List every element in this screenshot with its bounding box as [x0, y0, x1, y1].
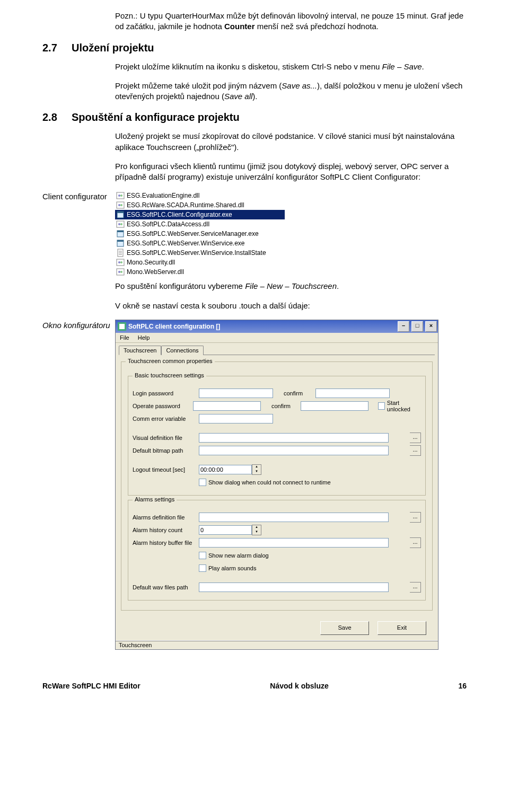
lbl-bitmap-path: Default bitmap path: [133, 447, 199, 454]
section-2-8: 2.8 Spouštění a konfigurace projektu: [42, 111, 467, 123]
file-list-item[interactable]: ESG.EvaluationEngine.dll: [115, 191, 285, 200]
lbl-alarms-def: Alarms definition file: [133, 514, 199, 520]
operate-confirm-input[interactable]: [301, 401, 368, 411]
lbl-wav-path: Default wav files path: [133, 584, 199, 590]
paragraph-set-path: V okně se nastaví cesta k souboru .touch…: [115, 301, 467, 311]
svg-rect-7: [117, 211, 124, 213]
paragraph-copy: Uložený projekt se musí zkopírovat do cí…: [115, 131, 467, 153]
svg-rect-12: [117, 231, 124, 232]
exe-file-icon: [116, 230, 125, 238]
login-password-input[interactable]: [199, 389, 273, 398]
comm-error-input[interactable]: [199, 414, 273, 423]
bitmap-path-input[interactable]: [199, 446, 389, 455]
file-list-item[interactable]: Mono.WebServer.dll: [115, 267, 285, 277]
tab-connections[interactable]: Connections: [161, 346, 203, 355]
tab-bar: Touchscreen Connections: [116, 343, 438, 355]
svg-point-20: [118, 261, 120, 263]
svg-rect-14: [117, 240, 124, 242]
file-name: ESG.SoftPLC.WebServer.ServiceManager.exe: [127, 230, 259, 237]
menu-bar: File Help: [116, 333, 438, 343]
login-confirm-input[interactable]: [315, 389, 390, 398]
file-list-item[interactable]: ESG.RcWare.SCADA.Runtime.Shared.dll: [115, 200, 285, 210]
config-window: SoftPLC client configuration [] – □ × Fi…: [115, 320, 438, 650]
file-name: ESG.EvaluationEngine.dll: [127, 192, 199, 199]
file-name: ESG.RcWare.SCADA.Runtime.Shared.dll: [127, 201, 244, 209]
lbl-start-unlocked: Start unlocked: [387, 400, 421, 412]
lbl-confirm: confirm: [273, 390, 315, 396]
tab-touchscreen[interactable]: Touchscreen: [119, 346, 161, 355]
alarm-buffer-input[interactable]: [199, 538, 389, 548]
group-alarms-legend: Alarms settings: [133, 496, 177, 502]
section-title: Spouštění a konfigurace projektu: [72, 111, 240, 123]
start-unlocked-checkbox[interactable]: [378, 402, 385, 410]
titlebar: SoftPLC client configuration [] – □ ×: [116, 320, 438, 333]
file-list-item[interactable]: ESG.SoftPLC.WebServer.WinService.exe: [115, 239, 285, 248]
group-basic-legend: Basic touchscreen settings: [133, 372, 206, 378]
status-bar: Touchscreen: [116, 640, 438, 649]
visual-def-browse[interactable]: ...: [410, 433, 421, 443]
file-list-item[interactable]: Mono.Security.dll: [115, 258, 285, 267]
file-name: ESG.SoftPLC.WebServer.WinService.exe: [127, 240, 245, 247]
svg-point-1: [118, 195, 120, 197]
paragraph-save: Projekt uložíme kliknutím na ikonku s di…: [115, 61, 467, 72]
footer-center: Návod k obsluze: [270, 682, 328, 690]
play-sounds-checkbox[interactable]: [199, 564, 206, 572]
operate-password-input[interactable]: [193, 401, 261, 411]
svg-point-4: [118, 204, 120, 206]
lbl-play-sounds: Play alarm sounds: [208, 565, 257, 571]
file-list-item[interactable]: ESG.SoftPLC.WebServer.WinService.Install…: [115, 248, 285, 258]
svg-point-10: [120, 223, 122, 225]
alarms-def-input[interactable]: [199, 513, 389, 522]
svg-point-23: [118, 271, 120, 273]
lbl-show-dialog: Show dialog when could not connect to ru…: [208, 479, 331, 486]
paragraph-note: Pozn.: U typu QuarterHourMax může být de…: [115, 11, 467, 32]
svg-point-21: [120, 261, 122, 263]
paragraph-after-run: Po spuštění konfigurátoru vybereme File …: [115, 281, 467, 292]
exit-button[interactable]: Exit: [378, 621, 426, 635]
exe-file-icon: [116, 239, 125, 248]
dll-file-icon: [116, 220, 125, 228]
close-button[interactable]: ×: [425, 321, 437, 332]
section-title: Uložení projektu: [72, 42, 154, 54]
side-label-config-window: Okno konfigurátoru: [42, 320, 115, 330]
lbl-comm-error: Comm error variable: [133, 416, 199, 422]
paragraph-configurator: Pro konfiguraci všech klientů runtimu (j…: [115, 161, 467, 183]
tab-content: Touchscreen common properties Basic touc…: [119, 355, 435, 640]
save-button[interactable]: Save: [320, 621, 369, 635]
app-icon: [118, 322, 126, 331]
maximize-button[interactable]: □: [411, 321, 423, 332]
exe-file-icon: [116, 210, 125, 219]
show-dialog-checkbox[interactable]: [199, 479, 206, 486]
alarm-buffer-browse[interactable]: ...: [410, 537, 421, 548]
group-alarms: Alarms settings Alarms definition file .…: [128, 500, 426, 601]
visual-def-input[interactable]: [199, 433, 389, 443]
wav-path-input[interactable]: [199, 582, 389, 592]
alarm-count-spinner[interactable]: ▲▼: [252, 525, 261, 535]
file-list: ESG.EvaluationEngine.dllESG.RcWare.SCADA…: [115, 191, 285, 277]
file-file-icon: [116, 249, 125, 257]
footer-page-number: 16: [458, 682, 467, 690]
dll-file-icon: [116, 258, 125, 267]
file-name: ESG.SoftPLC.Client.Configurator.exe: [127, 211, 232, 218]
logout-timeout-spinner[interactable]: ▲▼: [252, 464, 261, 475]
file-name: Mono.Security.dll: [127, 259, 175, 266]
file-list-item[interactable]: ESG.SoftPLC.Client.Configurator.exe: [115, 210, 285, 219]
section-num: 2.8: [42, 111, 72, 123]
menu-file[interactable]: File: [119, 334, 130, 341]
window-title: SoftPLC client configuration []: [128, 323, 396, 330]
dll-file-icon: [116, 191, 125, 200]
logout-timeout-input[interactable]: 00:00:00: [199, 465, 252, 474]
section-num: 2.7: [42, 42, 72, 54]
menu-help[interactable]: Help: [137, 334, 151, 341]
show-new-alarm-checkbox[interactable]: [199, 552, 206, 559]
file-list-item[interactable]: ESG.SoftPLC.WebServer.ServiceManager.exe: [115, 229, 285, 239]
bitmap-browse[interactable]: ...: [410, 445, 421, 456]
file-name: Mono.WebServer.dll: [127, 268, 184, 276]
alarm-count-input[interactable]: 0: [199, 525, 252, 535]
dll-file-icon: [116, 201, 125, 209]
wav-path-browse[interactable]: ...: [410, 582, 421, 593]
file-list-item[interactable]: ESG.SoftPLC.DataAccess.dll: [115, 219, 285, 229]
alarms-def-browse[interactable]: ...: [410, 512, 421, 523]
minimize-button[interactable]: –: [398, 321, 409, 332]
paragraph-saveas: Projekt můžeme také uložit pod jiným náz…: [115, 81, 467, 102]
